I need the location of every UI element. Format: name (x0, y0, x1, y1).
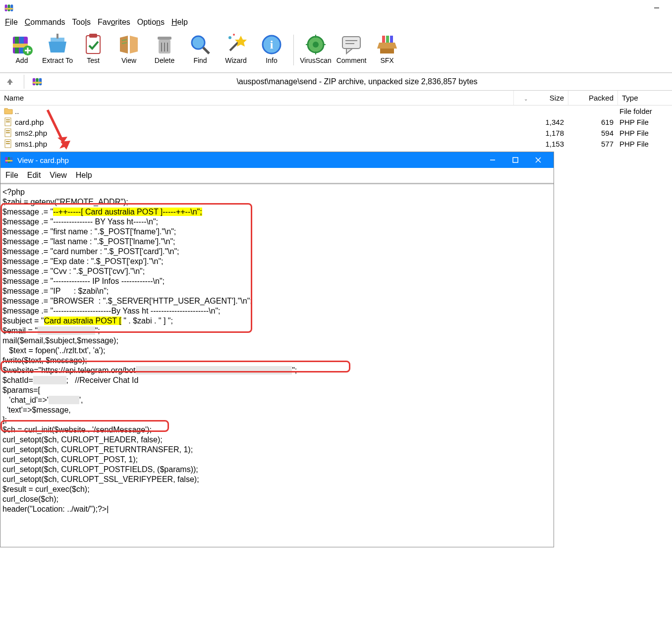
sfx-label: SFX (380, 56, 393, 64)
svg-rect-48 (33, 82, 42, 84)
svg-rect-56 (6, 141, 10, 142)
svg-rect-65 (5, 160, 13, 161)
svg-rect-19 (158, 37, 171, 40)
wizard-icon (224, 33, 248, 56)
php-file-icon (4, 128, 13, 137)
svg-rect-54 (6, 132, 10, 133)
viewer-titlebar[interactable]: View - card.php (0, 152, 554, 168)
menu-file[interactable]: File (5, 18, 18, 27)
redacted-bot-token (136, 366, 292, 374)
svg-rect-41 (380, 49, 394, 53)
archive-add-icon (10, 33, 34, 56)
svg-text:i: i (270, 38, 274, 51)
svg-rect-67 (513, 158, 518, 162)
viewer-menu-view[interactable]: View (50, 171, 66, 180)
path-text[interactable]: \auspost\manage\send - ZIP archive, unpa… (46, 77, 668, 86)
menu-help[interactable]: Help (171, 18, 188, 27)
menu-commands[interactable]: Commands (25, 18, 65, 27)
col-packed[interactable]: Packed (568, 91, 617, 105)
view-button[interactable]: View (111, 32, 147, 66)
col-size[interactable]: ⌄Size (513, 91, 568, 105)
test-label: Test (87, 56, 100, 64)
archive-icon (31, 76, 43, 88)
test-button[interactable]: Test (75, 32, 111, 66)
virusscan-button[interactable]: VirusScan (298, 32, 334, 66)
add-label: Add (16, 56, 28, 64)
svg-rect-51 (6, 121, 10, 122)
info-button[interactable]: i Info (254, 32, 289, 66)
highlight-card-post: --++-----[ Card australia POST ]-----++-… (53, 208, 202, 216)
file-row[interactable]: sms2.php 1,178 594 PHP File (0, 127, 672, 138)
sfx-icon (375, 33, 399, 56)
test-icon (81, 33, 105, 56)
viewer-maximize-button[interactable] (504, 153, 527, 167)
comment-label: Comment (336, 56, 367, 64)
svg-point-32 (313, 42, 319, 48)
col-type[interactable]: Type (617, 91, 672, 105)
svg-point-23 (192, 36, 205, 49)
view-icon (117, 33, 141, 56)
sort-indicator-icon: ⌄ (524, 96, 528, 102)
add-button[interactable]: Add (4, 32, 40, 66)
viewer-menubar: File Edit View Help (0, 168, 554, 183)
find-icon (188, 33, 212, 56)
viewer-menu-help[interactable]: Help (76, 171, 92, 180)
file-row[interactable]: card.php 1,342 619 PHP File (0, 116, 672, 127)
svg-rect-14 (86, 36, 100, 53)
delete-icon (153, 33, 176, 56)
delete-label: Delete (155, 56, 174, 64)
delete-button[interactable]: Delete (147, 32, 182, 66)
find-button[interactable]: Find (182, 32, 218, 66)
extract-button[interactable]: Extract To (40, 32, 75, 66)
find-label: Find (193, 56, 207, 64)
svg-rect-15 (89, 34, 97, 38)
svg-rect-44 (390, 36, 393, 43)
svg-marker-38 (346, 49, 352, 53)
svg-rect-43 (386, 36, 389, 43)
file-list: .. File folder card.php 1,342 619 PHP Fi… (0, 106, 672, 149)
comment-icon (339, 33, 363, 56)
svg-line-24 (203, 48, 209, 53)
wizard-button[interactable]: Wizard (218, 32, 254, 66)
scan-label: VirusScan (300, 56, 332, 64)
extract-label: Extract To (42, 56, 73, 64)
svg-rect-42 (382, 36, 385, 43)
redacted-chatid2 (49, 396, 79, 404)
svg-rect-53 (6, 130, 10, 131)
file-row[interactable]: sms1.php 1,153 577 PHP File (0, 138, 672, 149)
file-list-header: Name ⌄Size Packed Type (0, 91, 672, 106)
winrar-icon (4, 3, 14, 13)
winrar-icon (4, 156, 13, 164)
svg-rect-3 (5, 8, 13, 9)
php-file-icon (4, 139, 13, 148)
main-toolbar: Add Extract To Test (0, 30, 672, 73)
viewer-window: View - card.php File Edit View Help <?ph… (0, 152, 554, 547)
minimize-button[interactable] (645, 0, 668, 15)
svg-rect-57 (6, 143, 10, 144)
path-bar: \auspost\manage\send - ZIP archive, unpa… (0, 73, 672, 91)
comment-button[interactable]: Comment (334, 32, 369, 66)
toolbar-separator (293, 35, 294, 65)
svg-rect-37 (342, 37, 360, 49)
redacted-chatid (33, 376, 66, 384)
viewer-minimize-button[interactable] (481, 153, 504, 167)
extract-icon (46, 33, 69, 56)
menu-tools[interactable]: Tools (72, 18, 91, 27)
view-label: View (121, 56, 136, 64)
viewer-menu-edit[interactable]: Edit (27, 171, 41, 180)
menu-options[interactable]: Options (137, 18, 165, 27)
file-row-parent[interactable]: .. File folder (0, 106, 672, 116)
viewer-menu-file[interactable]: File (5, 171, 18, 180)
info-label: Info (266, 56, 277, 64)
viewer-close-button[interactable] (527, 153, 550, 167)
viewer-title-text: View - card.php (17, 156, 69, 164)
up-arrow-icon[interactable] (4, 76, 16, 88)
menu-favorites[interactable]: Favorites (98, 18, 130, 27)
col-name[interactable]: Name (0, 91, 513, 105)
code-view[interactable]: <?php $zabi = getenv("REMOTE_ADDR"); $me… (0, 183, 554, 547)
highlight-subject: Card australia POST [ (44, 317, 121, 325)
sfx-button[interactable]: SFX (369, 32, 405, 66)
virus-icon (304, 33, 328, 56)
main-menubar: File Commands Tools Favorites Options He… (0, 16, 672, 30)
php-file-icon (4, 117, 13, 126)
